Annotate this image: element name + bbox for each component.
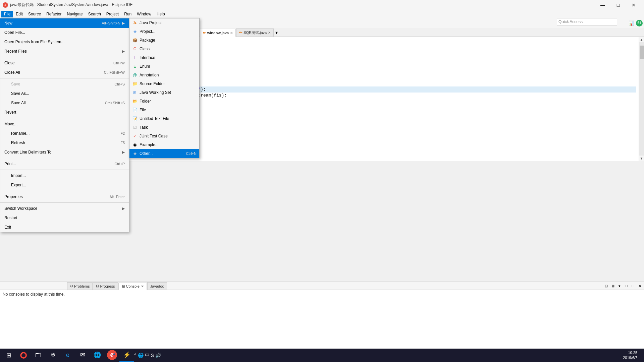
task-icon: ☑ [132,125,138,130]
menu-item-export[interactable]: Export... [0,180,129,190]
task-view-button[interactable]: 🗔 [31,349,46,362]
submenu-working-set[interactable]: ⊞ Java Working Set [129,88,199,97]
menu-item-save-all[interactable]: Save All Ctrl+Shift+S [0,98,129,108]
submenu-example[interactable]: ◉ Example... [129,140,199,149]
console-text: No consoles to display at this time. [3,292,65,297]
submenu-file[interactable]: 📄 File [129,106,199,114]
menu-item-save-as[interactable]: Save As... [0,89,129,98]
console-btn-6[interactable]: ✕ [637,283,643,289]
submenu-other[interactable]: ◈ Other... Ctrl+N [129,149,199,158]
menu-item-switch-workspace[interactable]: Switch Workspace ▶ [0,204,129,213]
submenu-task[interactable]: ☑ Task [129,123,199,132]
submenu-package[interactable]: 📦 Package [129,36,199,45]
systray-volume[interactable]: 🔊 [155,353,161,358]
console-btn-2[interactable]: ⊠ [610,283,616,289]
app-icon: J [3,2,8,8]
menu-item-recent[interactable]: Recent Files ▶ [0,47,129,56]
scroll-down[interactable]: ▼ [639,156,644,161]
menu-sep-6 [0,191,129,191]
close-button[interactable]: ✕ [626,0,641,10]
console-content: No consoles to display at this time. [0,290,644,299]
taskbar-app-browser[interactable]: 🌐 [90,349,105,362]
systray-ime[interactable]: S [151,353,154,358]
tab-overflow-button[interactable]: ▾ [275,30,278,35]
taskbar-systray: ^ 🌐 中 S 🔊 [134,352,161,358]
submenu-project[interactable]: ◈ Project... [129,27,199,36]
window-controls: — □ ✕ [595,0,641,10]
menu-item-open-projects[interactable]: Open Projects from File System... [0,37,129,47]
enum-icon: E [132,64,138,69]
menu-file[interactable]: File [1,11,13,17]
menu-sep-1 [0,57,129,57]
menu-run[interactable]: Run [121,11,134,17]
taskbar-app-mail[interactable]: ✉ [75,349,90,362]
menu-item-rename[interactable]: Rename... F2 [0,129,129,138]
submenu-untitled[interactable]: 📝 Untitled Text File [129,114,199,123]
menu-window[interactable]: Window [134,11,154,17]
menu-item-revert[interactable]: Revert [0,108,129,117]
console-btn-3[interactable]: ▾ [616,283,623,289]
submenu-source-folder[interactable]: 📁 Source Folder [129,79,199,88]
submenu-interface[interactable]: I Interface [129,53,199,62]
submenu-junit[interactable]: ✓ JUnit Test Case [129,132,199,140]
taskbar-app-eclipse[interactable]: ⚡ [119,349,134,362]
console-btn-1[interactable]: ⊡ [603,283,609,289]
menu-item-new[interactable]: New Alt+Shift+N ▶ [0,18,129,28]
file-icon: 📄 [132,107,138,113]
taskbar-clock[interactable]: 10:25 2019/6/7 [623,350,637,361]
taskbar-app-4[interactable]: 🎯 [105,349,119,362]
scroll-thumb[interactable] [640,46,644,59]
systray-up-arrow[interactable]: ^ [134,353,137,358]
tab-console[interactable]: 🖥 Console ✕ [118,283,147,290]
menu-source[interactable]: Source [25,11,44,17]
tab-javadoc[interactable]: Javadoc [147,282,167,290]
console-btn-4[interactable]: □ [623,283,629,289]
menu-item-exit[interactable]: Exit [0,223,129,232]
quick-access-input[interactable] [557,18,617,25]
submenu-java-project[interactable]: J▸ Java Project [129,18,199,27]
menu-item-move[interactable]: Move... [0,119,129,129]
menu-item-convert[interactable]: Convert Line Delimiters To ▶ [0,147,129,157]
toolbar-perspective-button[interactable]: 📊 [627,19,635,27]
systray-lang[interactable]: 中 [145,352,150,358]
editor-scrollbar[interactable]: ▲ ▼ [639,37,644,161]
minimize-button[interactable]: — [595,0,610,10]
submenu-annotation[interactable]: @ Annotation [129,71,199,79]
menu-edit[interactable]: Edit [13,11,25,17]
tab-console-close[interactable]: ✕ [141,285,144,288]
menu-project[interactable]: Project [104,11,121,17]
menu-item-import[interactable]: Import... [0,171,129,180]
menu-item-open-file[interactable]: Open File... [0,28,129,37]
menu-sep-3 [0,118,129,118]
submenu-class[interactable]: C Class [129,45,199,53]
menu-item-properties[interactable]: Properties Alt+Enter [0,192,129,201]
maximize-button[interactable]: □ [610,0,626,10]
menu-item-close-all[interactable]: Close All Ctrl+Shift+W [0,68,129,77]
submenu-enum[interactable]: E Enum [129,62,199,71]
show-desktop-button[interactable] [640,349,643,362]
text-file-icon: 📝 [132,116,138,121]
menu-help[interactable]: Help [154,11,168,17]
scroll-track[interactable] [639,42,644,156]
interface-icon: I [132,55,138,60]
submenu-folder[interactable]: 📂 Folder [129,97,199,106]
menu-navigate[interactable]: Navigate [64,11,85,17]
menu-item-restart[interactable]: Restart [0,213,129,223]
taskbar-app-ie[interactable]: e [60,349,75,362]
menu-search[interactable]: Search [86,11,104,17]
tab-window-java-2[interactable]: ✏ window.java ✕ [200,29,236,37]
start-button[interactable]: ⊞ [1,349,16,362]
systray-network[interactable]: 🌐 [138,353,144,358]
menu-item-refresh[interactable]: Refresh F5 [0,138,129,147]
console-btn-5[interactable]: □ [630,283,636,289]
search-button[interactable]: ⭕ [16,349,31,362]
tab-progress[interactable]: ⊡ Progress [93,282,118,290]
menu-refactor[interactable]: Refactor [44,11,64,17]
new-submenu: J▸ Java Project ◈ Project... 📦 Package C… [129,18,200,158]
taskbar-app-1[interactable]: ❄ [46,349,60,362]
scroll-up[interactable]: ▲ [639,37,644,42]
tab-problems[interactable]: ⊙ Problems [67,282,93,290]
menu-item-close[interactable]: Close Ctrl+W [0,58,129,68]
tab-sqr-test-java[interactable]: ✏ SQR测试.java ✕ [236,28,274,37]
menu-item-print[interactable]: Print... Ctrl+P [0,159,129,169]
